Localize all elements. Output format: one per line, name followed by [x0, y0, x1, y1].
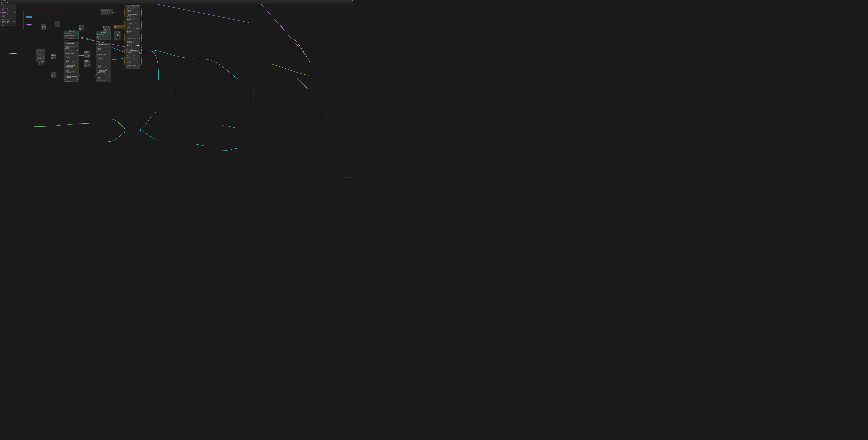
bolt-icon: ⚡ — [69, 31, 70, 32]
editor-toolbar: 💾 ▲ ⌘ 🔒 — [0, 2, 353, 4]
direction-spread-node[interactable]: Direction Spread▾ Center Axis010Directio… — [101, 9, 113, 15]
upload-icon[interactable]: ▲ — [2, 2, 4, 3]
spawn-enable-checkbox[interactable] — [97, 36, 98, 37]
watermark: CSDN @会思考的猴子 — [343, 177, 352, 178]
branch-node-2[interactable]: Branch◦ ▾ Predicate True False — [55, 22, 59, 27]
spawn-block-1[interactable]: ⚡Spawn Spawn system Constant Spawn Rate▾… — [64, 31, 79, 39]
random-number-node-1[interactable]: Random Number▾ SeedPer Particle Min0.3 M… — [38, 57, 44, 65]
multiply-float-node[interactable]: Multiply (float)◦ ▾ a b1 — [79, 25, 84, 31]
posmode-dropdown[interactable]: Volume — [71, 52, 74, 53]
channels-dropdown[interactable]: XYZ — [71, 67, 73, 68]
bounds-dropdown[interactable]: Automatic — [71, 46, 75, 47]
random-number-node-3[interactable]: Random Number▾ SeedPer Particle Min-0.2-… — [84, 60, 90, 68]
multiply-vector2-node-2[interactable]: Multiply (Vector2)◦ ▾ a b1.5 — [51, 72, 56, 78]
bolt-icon: ⚡ — [101, 32, 102, 33]
initialize-particle-block-1[interactable]: ⚡Initialize ParticleWORLD Capacity1000 B… — [64, 42, 79, 82]
expand-icon[interactable]: ⤢ — [351, 0, 352, 1]
touchvelocity-node[interactable]: TouchVelocity▾ — [9, 53, 17, 54]
random-number-node-2[interactable]: Random Number▾ SeedPer Particle Seed0 — [84, 51, 90, 58]
graph-canvas[interactable]: bSpawn▾ bMove▾ TouchVelocity▾ Branch▾ Pr… — [0, 4, 353, 179]
branch-node-1[interactable]: Branch▾ Predicate True30 False0 — [41, 24, 46, 30]
lock-icon[interactable]: 🔒 — [7, 2, 8, 3]
window-titlebar: Flowers* ⟳ ⤢ ? — [0, 0, 353, 2]
save-icon[interactable]: 💾 — [0, 2, 2, 3]
random-number-node-4[interactable]: Random Number▾ SeedPer Particle Constant… — [114, 31, 121, 40]
help-icon[interactable]: ? — [352, 0, 353, 1]
spawn-block-2[interactable]: ⚡Spawn Spawn system (1) Constant Spawn R… — [96, 31, 111, 40]
window-title: Flowers* — [2, 0, 6, 1]
refresh-icon[interactable]: ⟳ — [349, 0, 350, 1]
initialize-particle-block-2[interactable]: ⚡Initialize ParticleWORLD Capacity1000 B… — [96, 43, 111, 82]
spawnmode-dropdown[interactable]: Random — [71, 53, 74, 54]
bmove-node[interactable]: bMove▾ — [26, 24, 32, 26]
spawn-enable-checkbox[interactable] — [65, 35, 66, 36]
app-icon — [0, 0, 2, 1]
update-particle-block[interactable]: ⚡Update ParticleWORLD Turbulence▾ Noise … — [126, 50, 140, 69]
warning-note: Color a is used as a random number for e… — [114, 25, 124, 29]
link-icon[interactable]: ⌘ — [5, 2, 6, 3]
bspawn-node[interactable]: bSpawn▾ — [26, 17, 32, 18]
multiply-vector2-node-1[interactable]: Multiply (Vector2)◦ ▾ a b — [51, 54, 56, 59]
